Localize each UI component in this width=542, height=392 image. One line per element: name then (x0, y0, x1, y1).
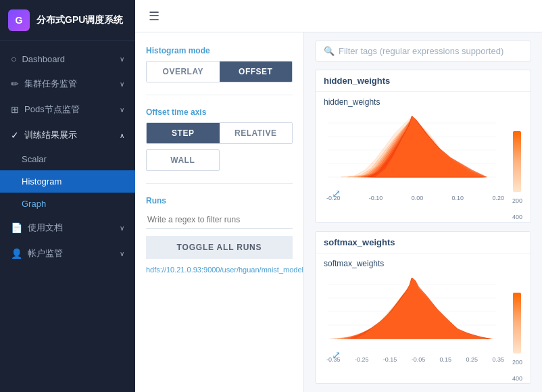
y-label-200-softmax: 200 (512, 359, 522, 366)
sidebar-item-label-dashboard: Dashboard (22, 54, 65, 64)
content-area: Histogram mode OVERLAY OFFSET Offset tim… (135, 32, 542, 392)
chart-inner-hidden-weights: hidden_weights (324, 97, 507, 205)
wall-btn[interactable]: WALL (146, 149, 220, 171)
sx-label-1: -0.25 (355, 356, 369, 363)
chart-section-softmax-weights: softmax_weights softmax_weights (315, 231, 531, 385)
x-axis-labels-softmax-weights: -0.35 -0.25 -0.15 -0.05 0.15 0.25 0.35 (324, 356, 507, 363)
x-label-3: 0.10 (452, 195, 464, 201)
step-btn[interactable]: STEP (147, 123, 220, 143)
cluster-icon: ✏ (11, 78, 19, 89)
y-labels-hidden-weights: 200 400 (512, 197, 522, 220)
dashboard-icon: ○ (11, 53, 16, 64)
offset-time-label: Offset time axis (146, 107, 293, 117)
x-label-2: 0.00 (412, 195, 424, 201)
sx-label-6: 0.35 (492, 356, 504, 363)
sidebar-nav: ○ Dashboard ∨ ✏ 集群任务监管 ∨ ⊞ Pods节点监管 ∨ ✓ (0, 41, 135, 392)
runs-label: Runs (146, 196, 293, 205)
chart-body-hidden-weights: hidden_weights (316, 92, 531, 223)
relative-btn[interactable]: RELATIVE (220, 123, 293, 143)
training-icon: ✓ (11, 130, 19, 141)
sidebar-item-cluster-jobs[interactable]: ✏ 集群任务监管 ∨ (0, 71, 135, 97)
y-label-400-hidden: 400 (512, 214, 522, 220)
sidebar-sub-item-histogram[interactable]: Histogram (0, 170, 135, 193)
sidebar-logo: G (8, 9, 30, 31)
divider-2 (146, 183, 293, 184)
sx-label-3: -0.05 (412, 356, 426, 363)
expand-icon-softmax-weights[interactable]: ⤢ (332, 349, 341, 362)
sidebar-item-account[interactable]: 👤 帐户监管 ∨ (0, 241, 135, 266)
y-label-200-hidden: 200 (512, 197, 522, 204)
chart-label-softmax-weights: softmax_weights (324, 259, 507, 268)
chart-header-hidden-weights: hidden_weights (316, 70, 531, 92)
sidebar-item-label-docs: 使用文档 (28, 222, 63, 234)
histogram-mode-section: Histogram mode OVERLAY OFFSET (146, 46, 293, 82)
x-axis-labels-hidden-weights: -0.20 -0.10 0.00 0.10 0.20 (324, 195, 507, 201)
sidebar-item-label-account: 帐户监管 (28, 247, 63, 260)
histogram-svg-softmax-weights (324, 271, 507, 352)
overlay-btn[interactable]: OVERLAY (147, 62, 220, 82)
runs-section: Runs TOGGLE ALL RUNS hdfs://10.21.0.93:9… (146, 196, 293, 276)
chart-label-hidden-weights: hidden_weights (324, 97, 507, 107)
histogram-svg-hidden-weights (324, 109, 507, 191)
sidebar-item-pods[interactable]: ⊞ Pods节点监管 ∨ (0, 97, 135, 122)
hamburger-icon[interactable]: ☰ (149, 9, 159, 24)
logo-text: G (16, 15, 23, 26)
y-label-400-softmax: 400 (512, 375, 522, 382)
graph-label: Graph (22, 199, 46, 209)
expand-icon-hidden-weights[interactable]: ⤢ (332, 187, 341, 200)
sidebar-title: 分布式GPU调度系统 (36, 14, 123, 26)
sidebar-sub-item-graph[interactable]: Graph (0, 193, 135, 215)
svg-marker-26 (354, 278, 487, 339)
sidebar-item-docs[interactable]: 📄 使用文档 ∨ (0, 215, 135, 241)
pods-icon: ⊞ (11, 104, 19, 115)
histogram-mode-toggle: OVERLAY OFFSET (146, 61, 293, 82)
chart-inner-softmax-weights: softmax_weights (324, 259, 507, 367)
sidebar: G 分布式GPU调度系统 ○ Dashboard ∨ ✏ 集群任务监管 ∨ ⊞ … (0, 0, 135, 392)
sidebar-item-label-pods: Pods节点监管 (24, 103, 80, 116)
topbar: ☰ (135, 0, 542, 32)
color-bar-softmax-weights (513, 293, 521, 353)
filter-bar: 🔍 Filter tags (regular expressions suppo… (315, 41, 531, 62)
histogram-mode-label: Histogram mode (146, 46, 293, 55)
docs-icon: 📄 (11, 222, 22, 233)
offset-time-section: Offset time axis STEP RELATIVE WALL (146, 107, 293, 171)
chevron-account: ∨ (120, 250, 124, 258)
right-panel: 🔍 Filter tags (regular expressions suppo… (304, 32, 542, 392)
y-axis-hidden-weights: 200 400 (512, 97, 522, 220)
x-label-4: 0.20 (492, 195, 504, 201)
chart-body-softmax-weights: softmax_weights (316, 253, 531, 385)
chevron-training: ∧ (120, 132, 124, 139)
sidebar-item-training[interactable]: ✓ 训练结果展示 ∧ (0, 122, 135, 148)
account-icon: 👤 (11, 248, 22, 259)
sx-label-5: 0.25 (466, 356, 478, 363)
filter-placeholder[interactable]: Filter tags (regular expressions support… (339, 46, 503, 56)
search-icon: 🔍 (324, 46, 335, 56)
sidebar-item-label-cluster: 集群任务监管 (24, 78, 77, 90)
chart-header-softmax-weights: softmax_weights (316, 232, 531, 253)
sx-label-4: 0.15 (440, 356, 452, 363)
sidebar-sub-item-scalar[interactable]: Scalar (0, 148, 135, 170)
sidebar-item-label-training: 训练结果展示 (24, 129, 77, 141)
color-bar-hidden-weights (513, 131, 521, 192)
toggle-all-runs-button[interactable]: TOGGLE ALL RUNS (146, 236, 293, 259)
left-panel: Histogram mode OVERLAY OFFSET Offset tim… (135, 32, 304, 392)
chevron-docs: ∨ (120, 224, 124, 232)
y-axis-softmax-weights: 200 400 (512, 259, 522, 382)
sidebar-item-dashboard[interactable]: ○ Dashboard ∨ (0, 47, 135, 71)
offset-time-toggle: STEP RELATIVE (146, 122, 293, 144)
offset-btn[interactable]: OFFSET (220, 62, 293, 82)
main-content: ☰ Histogram mode OVERLAY OFFSET Offset t… (135, 0, 542, 392)
x-label-1: -0.10 (369, 195, 383, 201)
sx-label-2: -0.15 (383, 356, 397, 363)
chevron-pods: ∨ (120, 106, 124, 114)
scalar-label: Scalar (22, 154, 47, 164)
chevron-cluster: ∨ (120, 80, 124, 88)
sidebar-header: G 分布式GPU调度系统 (0, 0, 135, 41)
chart-section-hidden-weights: hidden_weights hidden_weights (315, 70, 531, 223)
divider-1 (146, 95, 293, 95)
chevron-dashboard: ∨ (120, 55, 124, 63)
y-labels-softmax-weights: 200 400 (512, 359, 522, 382)
histogram-label: Histogram (22, 176, 61, 187)
run-item[interactable]: hdfs://10.21.0.93:9000/user/hguan/mnist_… (146, 264, 293, 276)
filter-runs-input[interactable] (146, 211, 293, 229)
